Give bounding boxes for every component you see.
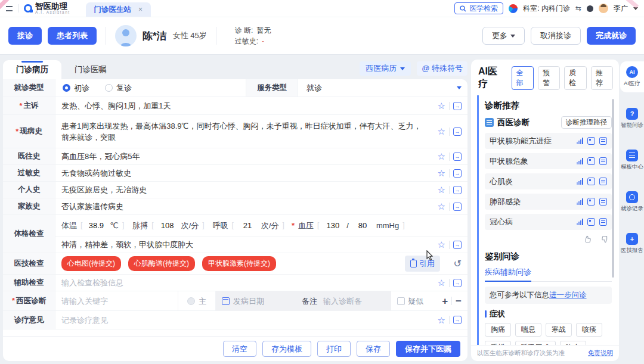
pending-exam-tag[interactable]: 心电图(待提交) — [61, 256, 121, 271]
bp-systolic-input[interactable]: 130 — [323, 220, 343, 231]
reasoning-path-button[interactable]: 诊断推理路径 — [561, 116, 612, 129]
save-and-order-button[interactable]: 保存并下医嘱 — [396, 341, 460, 357]
thumbs-up-icon[interactable] — [583, 235, 592, 244]
save-snippet-icon[interactable] — [453, 169, 462, 178]
menu-icon[interactable] — [6, 6, 13, 11]
save-snippet-icon[interactable] — [453, 186, 462, 194]
tab-outpatient-station[interactable]: 门诊医生站 × — [86, 2, 151, 17]
knowledge-icon[interactable] — [599, 178, 607, 185]
symptom-tag[interactable]: 呼吸困难 — [515, 341, 556, 345]
diagnosis-suggestion[interactable]: 甲状腺功能亢进症 — [485, 133, 612, 149]
ai-tab-warning[interactable]: 预警 — [538, 66, 560, 90]
special-symbols-button[interactable]: @ 特殊符号 — [417, 61, 467, 76]
complete-visit-button[interactable]: 完成就诊 — [587, 27, 636, 45]
sidebar-item-template-center[interactable]: 模板中心 — [620, 145, 644, 176]
save-as-template-button[interactable]: 存为模板 — [262, 341, 311, 357]
close-icon[interactable]: × — [138, 6, 143, 13]
ai-tab-quality[interactable]: 质检 — [564, 66, 586, 90]
symptom-tag[interactable]: 咯血 — [560, 341, 586, 345]
save-button[interactable]: 保存 — [357, 341, 390, 357]
further-inquiry-link[interactable]: 进一步问诊 — [549, 291, 587, 299]
save-snippet-icon[interactable] — [453, 316, 462, 324]
medical-search-button[interactable]: 医学检索 — [454, 2, 503, 14]
temperature-input[interactable]: 38.9 — [86, 220, 106, 231]
bp-diastolic-input[interactable]: 80 — [352, 220, 373, 231]
favorite-icon[interactable]: ☆ — [438, 240, 445, 249]
pending-exam-tag[interactable]: 甲状腺激素(待提交) — [202, 256, 276, 271]
respiration-input[interactable]: 21 — [237, 220, 258, 231]
diagnosis-suggestion[interactable]: 冠心病 — [485, 214, 612, 230]
sidebar-item-ai-medical[interactable]: AI AI医疗 — [620, 61, 644, 92]
diagnosis-suggestion[interactable]: 心肌炎 — [485, 173, 612, 189]
save-snippet-icon[interactable] — [453, 241, 462, 249]
save-snippet-icon[interactable] — [453, 102, 462, 110]
favorite-icon[interactable]: ☆ — [438, 185, 445, 194]
favorite-icon[interactable]: ☆ — [438, 152, 445, 161]
knowledge-icon[interactable] — [599, 198, 607, 206]
sidebar-item-smart-inquiry[interactable]: ? 智能问诊 — [620, 103, 644, 134]
receive-patient-button[interactable]: 接诊 — [8, 27, 42, 45]
chief-complaint-input[interactable]: 发热、心悸、胸闷1周，加重1天 — [55, 97, 429, 114]
family-history-input[interactable]: 否认家族遗传病史 — [55, 198, 429, 214]
thumbs-down-icon[interactable] — [600, 235, 609, 244]
favorite-icon[interactable]: ☆ — [438, 169, 445, 178]
present-illness-input[interactable]: 患者1周来出现发热，最高体温38.9℃，同时有心悸、胸闷，未予重视，昨日症状加重… — [55, 115, 429, 148]
favorite-icon[interactable]: ☆ — [438, 278, 445, 287]
radio-return-visit[interactable]: 复诊 — [105, 82, 132, 94]
symptom-tag[interactable]: 胸痛 — [485, 323, 511, 337]
favorite-icon[interactable]: ☆ — [438, 101, 445, 110]
quote-button[interactable]: 引用 — [405, 256, 440, 272]
diagnosis-keyword-input[interactable]: 请输入关键字 — [55, 291, 178, 310]
diagnosis-suggestion[interactable]: 甲状腺危象 — [485, 153, 612, 169]
save-snippet-icon[interactable] — [453, 203, 462, 211]
switch-department-icon[interactable]: ⇆ — [575, 4, 581, 13]
add-diagnosis-button[interactable]: + — [442, 296, 448, 306]
symptom-tag[interactable]: 寒战 — [546, 323, 572, 337]
patient-list-button[interactable]: 患者列表 — [48, 27, 97, 45]
diagnosis-suggestion[interactable]: 肺部感染 — [485, 194, 612, 210]
evidence-icon[interactable] — [587, 157, 595, 165]
knowledge-icon[interactable] — [599, 157, 607, 165]
tab-disease-assisted-inquiry[interactable]: 疾病辅助问诊 — [485, 267, 531, 282]
cancel-visit-button[interactable]: 取消接诊 — [531, 27, 581, 45]
ai-tab-recommend[interactable]: 推荐 — [591, 66, 613, 90]
symptom-tag[interactable]: 手抖 — [485, 341, 511, 345]
print-button[interactable]: 打印 — [317, 341, 351, 357]
ai-tab-all[interactable]: 全部 — [512, 66, 534, 90]
evidence-icon[interactable] — [587, 137, 595, 145]
evidence-icon[interactable] — [587, 218, 595, 226]
symptom-tag[interactable]: 咳痰 — [576, 323, 602, 337]
allergy-history-input[interactable]: 无食物或药物过敏史 — [55, 165, 429, 181]
save-snippet-icon[interactable] — [453, 279, 462, 287]
knowledge-icon[interactable] — [599, 218, 607, 226]
knowledge-icon[interactable] — [599, 137, 607, 145]
tab-outpatient-orders[interactable]: 门诊医嘱 — [61, 60, 120, 79]
more-button[interactable]: 更多 — [482, 27, 525, 45]
pulse-input[interactable]: 108 — [157, 220, 178, 231]
symptom-tag[interactable]: 喘息 — [515, 323, 541, 337]
favorite-icon[interactable]: ☆ — [438, 127, 445, 136]
user-name[interactable]: 李广 — [614, 4, 628, 14]
save-snippet-icon[interactable] — [453, 153, 462, 161]
favorite-icon[interactable]: ☆ — [438, 316, 445, 325]
clear-button[interactable]: 清空 — [223, 341, 256, 357]
scrollbar[interactable] — [612, 99, 614, 278]
favorite-icon[interactable]: ☆ — [438, 202, 445, 211]
personal-history-input[interactable]: 无疫区旅居史，无冶游史 — [55, 182, 429, 198]
dropdown-caret-icon[interactable] — [457, 86, 462, 89]
remove-diagnosis-button[interactable]: − — [456, 296, 462, 306]
suspected-checkbox[interactable]: 疑似 — [391, 291, 429, 310]
undo-icon[interactable]: ↺ — [454, 259, 462, 269]
physical-exam-note-input[interactable]: 神清，精神差，颈软，甲状腺中度肿大 — [55, 237, 429, 253]
save-snippet-icon[interactable] — [453, 127, 462, 136]
aux-exam-input[interactable]: 输入检查检验信息 — [55, 275, 429, 291]
service-type-value[interactable]: 就诊 — [298, 82, 429, 94]
sidebar-item-tech-reports[interactable]: + 医技报告 — [620, 228, 644, 259]
tab-outpatient-record[interactable]: 门诊病历 — [3, 60, 61, 79]
past-history-input[interactable]: 高血压8年，冠心病5年 — [55, 148, 429, 164]
radio-first-visit[interactable]: 初诊 — [55, 82, 89, 94]
record-type-dropdown[interactable]: 西医病历 — [360, 61, 411, 76]
onset-date-picker[interactable]: 发病日期 — [216, 291, 302, 310]
sidebar-item-visit-records[interactable]: 就诊记录 — [620, 186, 644, 217]
disclaimer-link[interactable]: 免责说明 — [588, 349, 613, 357]
